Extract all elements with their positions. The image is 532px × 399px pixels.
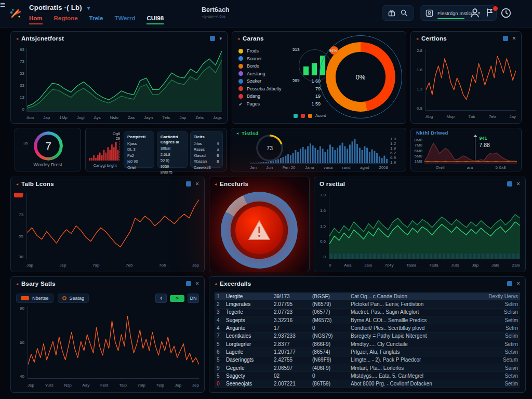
stat-card-3[interactable]: Tlelts Jrlas9RasesaKlavadBXbasanBCaewtxt… [190,131,223,168]
panel-tick-icon: ◂ [416,36,418,41]
panel-title: Bsary Satls [21,281,56,287]
table-row[interactable]: 1Uergite39/173(BGSF)Cat Og... c Cande Du… [215,292,520,300]
red-bars-chart[interactable] [89,141,119,161]
orange-icon[interactable] [308,114,312,118]
table-row[interactable]: 4Sugepts3.32216(M6573)Byrne AL COt... Se… [215,316,520,324]
legend-item[interactable]: Nbertse [16,294,54,303]
title-chevron-down-icon[interactable]: ▾ [87,5,90,11]
line-chart[interactable] [26,193,199,259]
dn-button[interactable]: DN [188,294,199,303]
close-icon[interactable]: × [195,181,199,187]
cell-act[interactable]: Setim [472,317,518,323]
area-chart[interactable] [424,138,517,164]
nav-tab-hom[interactable]: Hom [29,15,43,24]
tick-label: 5-0x8 [495,165,506,170]
red-icon[interactable] [301,114,305,118]
cell-act[interactable]: Dextly Uervs [472,294,518,299]
panel-square-icon[interactable] [507,181,512,187]
legend-item[interactable]: Posseba Jrtbelty79 [238,86,321,91]
panel-tick-icon: ◂ [16,182,18,187]
table-row[interactable]: 7Leontkales2.937233(NGS79)Bsregety = Pat… [215,332,520,340]
panel-tick-icon: ◂ [236,131,238,136]
cell-act[interactable]: Sefrn [472,325,518,331]
line-chart[interactable] [28,306,199,379]
tick-label: vana [324,165,332,170]
teal-icon[interactable] [294,114,298,118]
toggle-on[interactable]: > [170,295,184,302]
cell-act[interactable]: Setim [472,381,518,387]
alert-circle[interactable] [235,206,283,254]
flash-button[interactable]: 4 [155,294,167,303]
legend-item[interactable]: Bdang19 [238,94,321,99]
tick-label: 0.6 [320,239,326,244]
search-label[interactable]: Bert6ach [202,6,230,14]
table-row[interactable]: 5Daseringgts2.42755(N69F9)Limgte... - 2)… [215,356,520,364]
app-title-text: Cpotiratls -( Lb) [29,4,82,11]
panel-square-icon[interactable] [210,36,215,41]
nav-tab-trele[interactable]: Trele [89,15,103,24]
close-icon[interactable]: × [516,181,520,187]
nav-tab-cui98[interactable]: CUI98 [147,15,164,24]
cart-icon[interactable] [485,7,496,19]
close-icon[interactable]: × [195,281,199,287]
tick-label: 1.3 [417,87,422,91]
tick-label: 1.2 [390,141,396,146]
tick-label: 7eb [489,114,496,119]
area-chart[interactable] [329,194,520,259]
table-row[interactable]: 9Gegerle2.06597(406F9)Mmtart, Pta... Eor… [215,364,520,372]
cell-act[interactable]: Selirn [472,301,518,307]
table-row[interactable]: 2Lmgerates2.07795(N6579)Plctokel Pan... … [215,300,520,308]
stat-card-1[interactable]: Portpitetl KjassDL 3Fa2|e0 90Orlel [124,131,154,168]
cell-act[interactable]: Setvn [472,373,518,379]
legend-item[interactable]: ✓Pages1 59 [238,101,321,107]
table-row[interactable]: 3Tegerle2.07723(06577)Mactret. Pas... Sa… [215,309,520,316]
cell-desc: Mmdtyy..... Cly Cunctaile [351,341,472,347]
table-row[interactable]: 5Saggety020Mtstdygs.... Eata. 5. CanMegr… [215,372,520,380]
stat-card-pairs: Jrlas9RasesaKlavadBXbasanBCaewtxti3 [194,141,219,170]
table-row[interactable]: 6Lagerle1.207177(86574)Prlgzer, Alu, Fan… [215,348,520,356]
panel-nkthl: Nkthl Drlwed 8M87M06M85M81M8 941 7.88 Or… [410,128,522,171]
close-icon[interactable]: × [512,35,516,42]
tick-label: 7M0 [414,143,422,148]
tick-label: 7ab [468,114,475,119]
panel-stats: Og829 Cartygt bright Portpitetl KjassDL … [85,128,227,171]
line-chart[interactable] [26,48,222,112]
panel-square-icon[interactable] [186,281,191,286]
cell-code: (86574) [312,349,351,355]
collapse-chevron-icon[interactable]: ▾ [219,36,222,41]
cell-act[interactable]: Setum [472,357,518,363]
stat-line: Fa2 [127,153,151,158]
clock-icon[interactable] [500,7,512,19]
gift-icon[interactable] [388,9,396,17]
legend-item[interactable]: Seatag [58,294,89,303]
cell-act[interactable]: Selisn [472,309,518,315]
table-row[interactable]: 4Angante170Condtert/ Ples.. Scertbllay p… [215,324,520,332]
close-icon[interactable]: × [516,281,520,287]
cell-act[interactable]: Saivn [472,365,518,371]
cell-act[interactable]: Setirn [472,341,518,347]
line-chart[interactable] [425,49,516,111]
tick-label: Aua [344,263,351,268]
gauge-value: 7 [34,131,63,161]
nav-tab-regtone[interactable]: Regtone [54,15,78,24]
cell-val: 1.207177 [274,349,312,355]
cell-act[interactable]: Setvn [472,349,518,355]
search-area[interactable]: Bert6ach ~q~aev~v,.6oe [202,6,230,18]
panel-square-icon[interactable] [186,181,191,187]
panel-square-icon[interactable] [507,281,512,286]
user-icon[interactable] [469,7,481,19]
nav-tab-twerrd[interactable]: TWerrd [114,15,135,24]
tick-label: 1.9 [390,160,396,165]
table-row[interactable]: 5Lorgtegrler2.8377(866F9)Mmdtyy..... Cly… [215,340,520,348]
search-icon[interactable] [400,9,408,17]
cell-code: (86T59) [312,381,351,387]
tick-label: Orell [436,165,445,170]
app-logo-icon[interactable] [8,6,23,21]
table-row[interactable]: 0Seeneojats2.007221(86T59)Abot 8000 Prg.… [215,380,520,388]
tick-label: Feld [100,383,109,388]
panel-square-icon[interactable] [503,36,508,41]
stat-card-2[interactable]: Gartlottd Cagrcs al Sltbat2.6L850 6)9059… [157,131,188,168]
legend-dot-icon [238,79,243,84]
cell-act[interactable]: Selim [472,333,518,339]
gauge-chart[interactable]: 7 [34,131,63,161]
